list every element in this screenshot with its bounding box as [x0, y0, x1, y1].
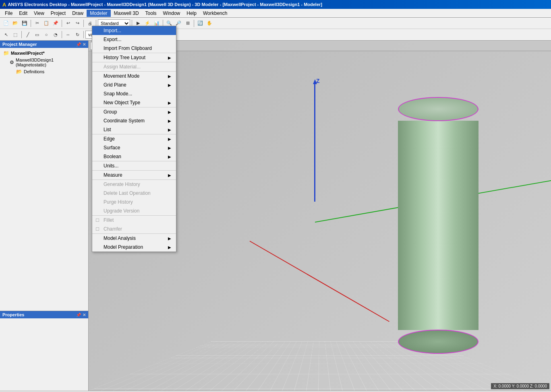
- movement-mode-arrow: ▶: [168, 74, 171, 78]
- pin-icon[interactable]: 📌: [76, 42, 81, 47]
- menu-group-import: Import... Export... Import From Clipboar…: [92, 41, 176, 53]
- menu-item-group[interactable]: Group ▶: [92, 107, 176, 116]
- menu-item-new-object-type[interactable]: New Object Type ▶: [92, 98, 176, 107]
- new-object-type-label: New Object Type: [104, 100, 140, 105]
- cylinder-top: [398, 97, 478, 121]
- sep10: [83, 31, 84, 38]
- tree-item-design[interactable]: ⚙ Maxwell3DDesign1 (Magnetostatic): [2, 57, 87, 68]
- measure-arrow: ▶: [168, 173, 171, 177]
- cylinder-object[interactable]: [398, 97, 478, 354]
- tree-item-definitions[interactable]: 📂 Definitions: [2, 68, 87, 75]
- menu-item-boolean[interactable]: Boolean ▶: [92, 152, 176, 161]
- menu-item-model-analysis[interactable]: Model Analysis ▶: [92, 234, 176, 243]
- menu-group-assign: Assign Material...: [92, 62, 176, 72]
- properties-header: Properties 📌 ✕: [0, 311, 88, 318]
- rotate-btn[interactable]: 🔄: [196, 19, 205, 28]
- cut-btn[interactable]: ✂: [33, 19, 41, 28]
- open-btn[interactable]: 📂: [11, 19, 20, 28]
- def-name: Definitions: [24, 69, 44, 74]
- menu-workbench[interactable]: Workbench: [200, 10, 230, 17]
- pan-btn[interactable]: ✋: [205, 19, 214, 28]
- menu-item-edge[interactable]: Edge ▶: [92, 134, 176, 143]
- draw-circle-btn[interactable]: ○: [42, 30, 51, 39]
- redo-btn[interactable]: ↪: [73, 19, 82, 28]
- menu-item-list[interactable]: List ▶: [92, 125, 176, 134]
- menu-item-generate-history: Generate History: [92, 180, 176, 189]
- menu-draw[interactable]: Draw: [69, 10, 87, 17]
- box-select-btn[interactable]: ⬚: [11, 30, 20, 39]
- tree-item-project[interactable]: 📁 MaxwellProject*: [2, 50, 87, 57]
- move-btn[interactable]: ↔: [64, 30, 72, 39]
- project-manager-title: Project Manager: [2, 42, 37, 47]
- menu-group-history-layout: History Tree Layout ▶: [92, 53, 176, 62]
- import-clipboard-label: Import From Clipboard: [104, 45, 152, 51]
- menu-file[interactable]: File: [2, 10, 16, 17]
- menu-item-delete-last-op: Delete Last Operation: [92, 189, 176, 198]
- select-btn[interactable]: ↖: [2, 30, 10, 39]
- menu-project[interactable]: Project: [48, 10, 69, 17]
- menu-group-fillet: ☐ Fillet ☐ Chamfer: [92, 216, 176, 234]
- coordinate-display: X: 0.0000 Y: 0.0000 Z: 0.0000: [491, 383, 549, 389]
- menu-item-export[interactable]: Export...: [92, 41, 176, 44]
- menu-item-measure[interactable]: Measure ▶: [92, 171, 176, 179]
- sep1: [31, 20, 31, 27]
- project-name: MaxwellProject*: [11, 51, 45, 56]
- menu-tools[interactable]: Tools: [142, 10, 160, 17]
- menu-item-coordinate-system[interactable]: Coordinate System ▶: [92, 116, 176, 125]
- draw-rect-btn[interactable]: ▭: [33, 30, 41, 39]
- menu-item-units[interactable]: Units...: [92, 161, 176, 170]
- movement-mode-label: Movement Mode: [104, 73, 139, 79]
- menu-item-assign-material: Assign Material...: [92, 62, 176, 71]
- menu-modeler[interactable]: Modeler: [87, 10, 110, 17]
- menu-window[interactable]: Window: [160, 10, 184, 17]
- prop-panel-controls[interactable]: 📌 ✕: [76, 313, 86, 317]
- menu-view[interactable]: View: [31, 10, 48, 17]
- menu-group-units: Units...: [92, 161, 176, 171]
- menu-group-modes: Movement Mode ▶ Grid Plane ▶ Snap Mode..…: [92, 72, 176, 107]
- save-btn[interactable]: 💾: [20, 19, 29, 28]
- menu-maxwell3d[interactable]: Maxwell 3D: [111, 10, 142, 17]
- draw-arc-btn[interactable]: ◔: [51, 30, 60, 39]
- rotate2-btn[interactable]: ↻: [73, 30, 82, 39]
- menu-item-import-clipboard[interactable]: Import From Clipboard: [92, 44, 176, 53]
- new-btn[interactable]: 📄: [2, 19, 10, 28]
- menu-item-surface[interactable]: Surface ▶: [92, 143, 176, 152]
- edge-label: Edge: [104, 136, 115, 142]
- chamfer-check: ☐: [95, 227, 99, 232]
- menu-item-history-tree-layout[interactable]: History Tree Layout ▶: [92, 53, 176, 62]
- fillet-label: Fillet: [104, 217, 114, 223]
- project-icon: 📁: [3, 50, 9, 56]
- copy-btn[interactable]: 📋: [42, 19, 51, 28]
- main-layout: Project Manager 📌 ✕ 📁 MaxwellProject* ⚙ …: [0, 41, 551, 391]
- coord-system-arrow: ▶: [168, 119, 171, 123]
- boolean-arrow: ▶: [168, 155, 171, 159]
- prop-pin-icon[interactable]: 📌: [76, 313, 81, 317]
- sep2: [62, 20, 62, 27]
- viewport[interactable]: vacuum Model Z X: 0.0000 Y: [89, 41, 551, 391]
- design-icon: ⚙: [10, 60, 14, 65]
- paste-btn[interactable]: 📌: [51, 19, 60, 28]
- menu-help[interactable]: Help: [183, 10, 200, 17]
- panel-controls[interactable]: 📌 ✕: [76, 42, 86, 47]
- close-icon[interactable]: ✕: [83, 42, 86, 47]
- toolbar-row-1: 📄 📂 💾 ✂ 📋 📌 ↩ ↪ 🖨 Standard ▶ ⚡ 📊 🔍 🔎 ⊞ 🔄…: [0, 18, 551, 29]
- upgrade-version-label: Upgrade Version: [104, 208, 139, 214]
- menu-edit[interactable]: Edit: [16, 10, 31, 17]
- cylinder-body: [398, 121, 478, 330]
- model-preparation-label: Model Preparation: [104, 244, 143, 250]
- menu-item-movement-mode[interactable]: Movement Mode ▶: [92, 72, 176, 80]
- fillet-check: ☐: [95, 218, 99, 223]
- title-bar: A ANSYS Electronics Desktop - MaxwellPro…: [0, 0, 551, 9]
- properties-title: Properties: [2, 312, 24, 317]
- menu-item-snap-mode[interactable]: Snap Mode...: [92, 89, 176, 98]
- undo-btn[interactable]: ↩: [64, 19, 72, 28]
- model-analysis-arrow: ▶: [168, 236, 171, 241]
- menu-item-model-preparation[interactable]: Model Preparation ▶: [92, 243, 176, 252]
- generate-history-label: Generate History: [104, 182, 140, 187]
- draw-line-btn[interactable]: ╱: [23, 30, 32, 39]
- fit-btn[interactable]: ⊞: [183, 19, 192, 28]
- menu-item-chamfer: ☐ Chamfer: [92, 225, 176, 233]
- menu-item-grid-plane[interactable]: Grid Plane ▶: [92, 80, 176, 89]
- sep3: [83, 20, 84, 27]
- prop-close-icon[interactable]: ✕: [83, 313, 86, 317]
